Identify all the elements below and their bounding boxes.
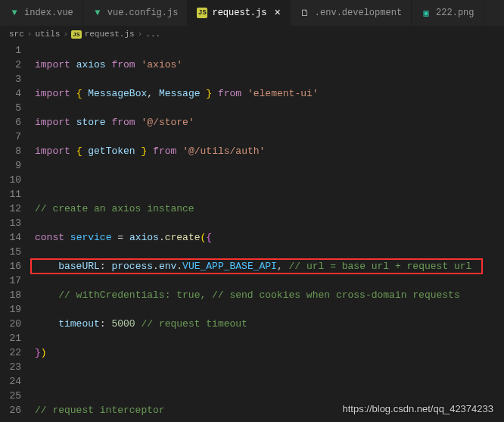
tab-label: request.js (212, 8, 266, 18)
chevron-right-icon: › (63, 30, 68, 39)
tab-label: 222.png (436, 8, 474, 18)
js-icon: JS (197, 8, 207, 18)
tab-vue-config[interactable]: ▼ vue.config.js (83, 0, 188, 26)
tab-label: .env.development (315, 8, 402, 18)
file-icon: 🗋 (300, 8, 310, 18)
code-line: // create an axios instance (35, 202, 504, 216)
line-numbers: 12345 678910 1112131415 1617181920 21222… (0, 42, 35, 422)
watermark: https://blog.csdn.net/qq_42374233 (343, 403, 494, 414)
image-icon: ▣ (421, 8, 431, 18)
tab-222-png[interactable]: ▣ 222.png (412, 0, 484, 26)
chevron-right-icon: › (27, 30, 33, 39)
code-line-highlighted: baseURL: process.env.VUE_APP_BASE_API, /… (35, 259, 504, 274)
js-icon: JS (71, 30, 82, 39)
vue-icon: ▼ (92, 8, 103, 18)
code-line: const service = axios.create({ (35, 230, 504, 245)
code-line: import { MessageBox, Message } from 'ele… (35, 86, 504, 101)
code-line: // withCredentials: true, // send cookie… (35, 288, 504, 302)
breadcrumb-item: ... (145, 30, 160, 39)
vue-icon: ▼ (9, 8, 20, 18)
tab-env-dev[interactable]: 🗋 .env.development (291, 0, 412, 26)
code-line: import axios from 'axios' (35, 58, 504, 72)
code-editor[interactable]: 12345 678910 1112131415 1617181920 21222… (0, 42, 504, 422)
tab-index-vue[interactable]: ▼ index.vue (0, 0, 83, 26)
breadcrumb-item[interactable]: utils (35, 30, 60, 39)
code-line: timeout: 5000 // request timeout (35, 317, 504, 331)
chevron-right-icon: › (138, 30, 143, 39)
code-line: }) (35, 345, 504, 360)
code-line: import { getToken } from '@/utils/auth' (35, 144, 504, 158)
code-content[interactable]: import axios from 'axios' import { Messa… (35, 42, 504, 422)
breadcrumb: src › utils › JS request.js › ... (0, 27, 504, 42)
close-icon[interactable]: × (274, 7, 280, 19)
tab-request-js[interactable]: JS request.js × (188, 0, 290, 26)
breadcrumb-item[interactable]: src (9, 30, 24, 39)
code-line: import store from '@/store' (35, 115, 504, 130)
editor-tabs: ▼ index.vue ▼ vue.config.js JS request.j… (0, 0, 504, 27)
tab-label: index.vue (24, 8, 73, 18)
breadcrumb-item[interactable]: request.js (85, 30, 135, 39)
tab-label: vue.config.js (107, 8, 179, 18)
code-line (35, 374, 504, 389)
code-line (35, 173, 504, 187)
